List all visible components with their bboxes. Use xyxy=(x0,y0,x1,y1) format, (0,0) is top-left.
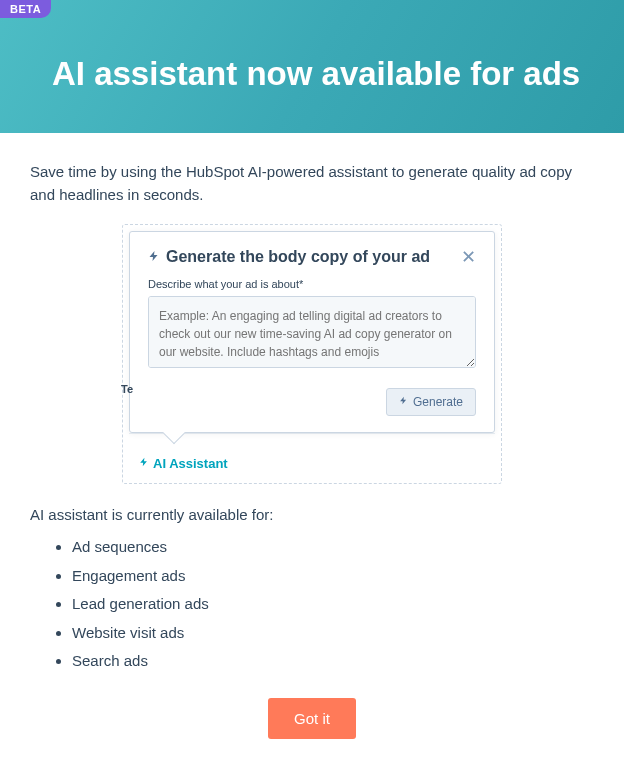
popover-title-text: Generate the body copy of your ad xyxy=(166,248,430,266)
list-item: Website visit ads xyxy=(72,619,594,648)
lightning-icon xyxy=(399,395,408,409)
generate-button-label: Generate xyxy=(413,395,463,409)
popover-title: Generate the body copy of your ad xyxy=(148,248,430,266)
prompt-textarea[interactable] xyxy=(148,296,476,368)
list-item: Lead generation ads xyxy=(72,590,594,619)
lightning-icon xyxy=(148,249,160,266)
hero-banner: BETA AI assistant now available for ads xyxy=(0,0,624,133)
feature-list: Ad sequences Engagement ads Lead generat… xyxy=(72,533,594,676)
cta-row: Got it xyxy=(30,698,594,739)
page-title: AI assistant now available for ads xyxy=(52,55,594,93)
ai-assistant-link-label: AI Assistant xyxy=(153,456,228,471)
generate-button[interactable]: Generate xyxy=(386,388,476,416)
field-label: Describe what your ad is about* xyxy=(148,278,476,290)
generate-popover: Generate the body copy of your ad ✕ Desc… xyxy=(129,231,495,433)
intro-text: Save time by using the HubSpot AI-powere… xyxy=(30,161,594,206)
content-area: Save time by using the HubSpot AI-powere… xyxy=(0,133,624,767)
lightning-icon xyxy=(139,456,149,471)
popover-footer: Generate xyxy=(148,388,476,416)
list-item: Search ads xyxy=(72,647,594,676)
ai-assistant-link[interactable]: AI Assistant xyxy=(123,436,234,483)
close-icon[interactable]: ✕ xyxy=(461,248,476,266)
truncated-label: Te xyxy=(121,383,133,395)
available-heading: AI assistant is currently available for: xyxy=(30,506,594,523)
beta-badge: BETA xyxy=(0,0,51,18)
got-it-button[interactable]: Got it xyxy=(268,698,356,739)
preview-container: Generate the body copy of your ad ✕ Desc… xyxy=(30,224,594,484)
list-item: Ad sequences xyxy=(72,533,594,562)
preview-panel: Generate the body copy of your ad ✕ Desc… xyxy=(122,224,502,484)
popover-header: Generate the body copy of your ad ✕ xyxy=(148,248,476,266)
list-item: Engagement ads xyxy=(72,562,594,591)
